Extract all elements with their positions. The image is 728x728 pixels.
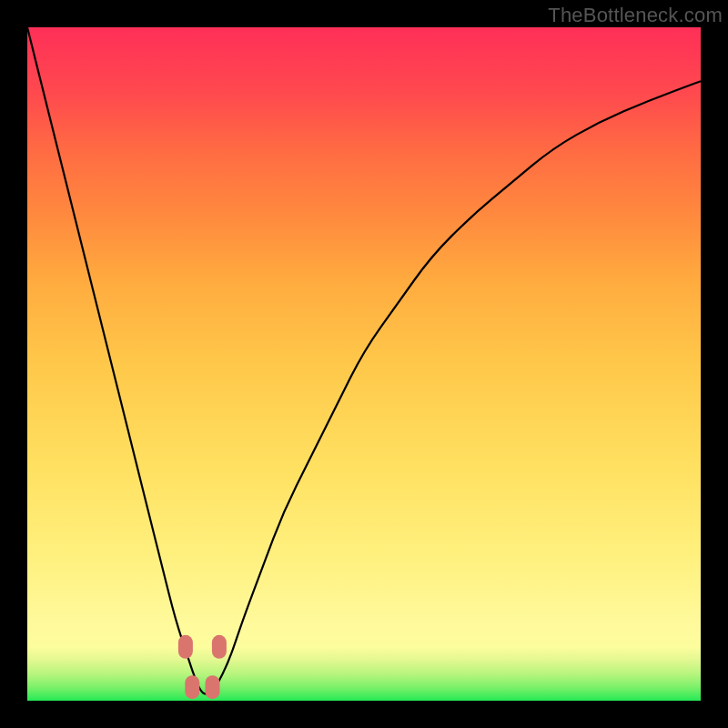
attribution-text: TheBottleneck.com xyxy=(548,4,723,27)
curve-markers xyxy=(178,635,227,699)
highlight-marker xyxy=(185,675,199,699)
highlight-marker xyxy=(212,635,227,659)
curve-line xyxy=(27,27,701,694)
plot-area xyxy=(27,27,701,701)
highlight-marker xyxy=(206,675,220,699)
highlight-marker xyxy=(178,635,193,659)
bottleneck-curve xyxy=(27,27,701,701)
chart-frame: TheBottleneck.com xyxy=(0,0,728,728)
